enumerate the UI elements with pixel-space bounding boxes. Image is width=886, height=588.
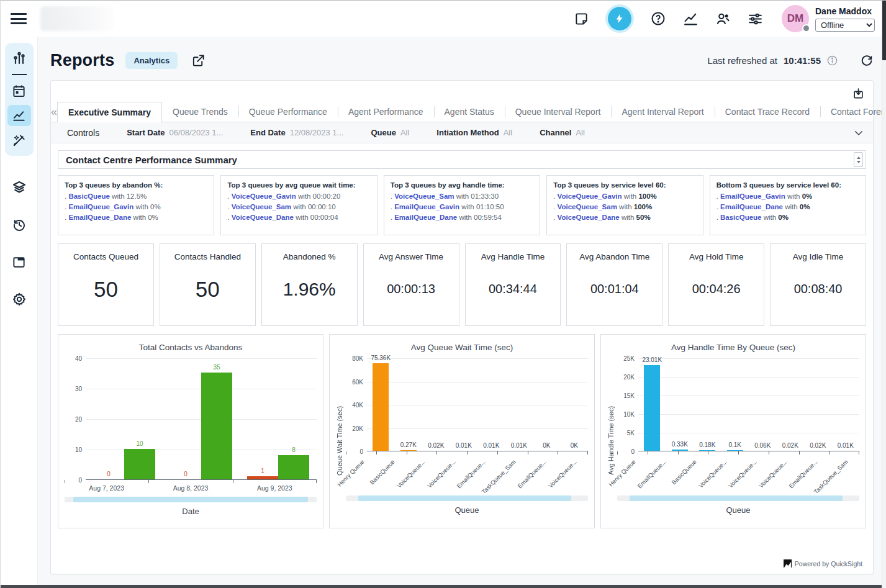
queue-link[interactable]: VoiceQueue_Dane bbox=[558, 214, 620, 221]
bar-aug-8-2023-s1: 35 bbox=[201, 373, 232, 479]
tab-agent-performance[interactable]: Agent Performance bbox=[338, 102, 434, 122]
sidebar-item-history-icon[interactable] bbox=[7, 214, 31, 235]
sidebar-item-metrics-bar-chart-icon[interactable] bbox=[7, 48, 31, 69]
bar-aug-9-2023-s1: 8 bbox=[278, 455, 309, 479]
category-slot-aug-7-2023: 010 bbox=[86, 358, 163, 479]
insight-card-bottom-3-queues-by-service-level-60: Bottom 3 queues by service level 60:. Em… bbox=[710, 175, 866, 235]
queue-link[interactable]: VoiceQueue_Gavin bbox=[232, 192, 296, 200]
category-slot-emailqueue: 0.02K bbox=[804, 358, 832, 451]
analytics-chart-icon[interactable] bbox=[682, 11, 698, 27]
queue-link[interactable]: EmailQueue_Gavin bbox=[720, 192, 785, 200]
chart-scrollbar-thumb[interactable] bbox=[73, 497, 308, 502]
x-label-voicequeue-3: VoiceQueue... bbox=[697, 458, 728, 489]
bar-value-label: 0.01K bbox=[456, 442, 472, 449]
tab-executive-summary[interactable]: Executive Summary bbox=[57, 102, 162, 122]
y-tick-label: 20 bbox=[75, 416, 82, 423]
queue-link[interactable]: VoiceQueue_Sam bbox=[394, 192, 454, 200]
sidebar-item-layers-icon[interactable] bbox=[7, 177, 31, 198]
bar-value-label: 1 bbox=[261, 468, 264, 474]
page-horizontal-scrollbar[interactable] bbox=[1, 585, 882, 588]
main-content: Reports Analytics Last refreshed at 10:4… bbox=[38, 37, 886, 586]
bar-voicequeue-s0: 0.1K bbox=[727, 450, 743, 451]
tab-contact-trace-record[interactable]: Contact Trace Record bbox=[715, 102, 820, 122]
insight-value: 0% bbox=[148, 214, 158, 221]
queue-link[interactable]: VoiceQueue_Sam bbox=[232, 203, 291, 210]
x-label-voicequeue-5: VoiceQueue... bbox=[757, 458, 789, 489]
avatar[interactable]: DM bbox=[782, 5, 809, 32]
refresh-icon[interactable] bbox=[860, 53, 874, 67]
info-icon[interactable] bbox=[827, 55, 838, 66]
filter-end-date[interactable]: End Date12/08/2023 1... bbox=[250, 128, 343, 137]
sidebar-item-reports-line-chart-icon[interactable] bbox=[7, 105, 31, 126]
help-icon[interactable] bbox=[650, 11, 666, 27]
x-label-voicequeue-3: VoiceQueue... bbox=[425, 458, 456, 489]
y-tick-label: 20K bbox=[623, 374, 635, 381]
open-external-icon[interactable] bbox=[191, 53, 206, 68]
controls-bar: Controls Start Date06/08/2023 1...End Da… bbox=[51, 122, 873, 143]
insight-card-title: Top 3 queues by avg handle time: bbox=[391, 181, 533, 189]
filter-label: Channel bbox=[540, 128, 571, 137]
bar-value-label: 0.01K bbox=[511, 442, 527, 449]
controls-chevron-down-icon[interactable] bbox=[853, 127, 864, 138]
chart-area: Avg Handle Time (sec)25K20K15K10K5K023.0… bbox=[607, 358, 859, 523]
filter-value: All bbox=[504, 128, 512, 137]
sidebar-item-settings-gear-icon[interactable] bbox=[7, 289, 31, 310]
filter-label: Intiation Method bbox=[436, 128, 499, 137]
tabs-scroll-left-icon[interactable]: « bbox=[51, 102, 57, 122]
insight-value: 50% bbox=[636, 214, 651, 221]
powered-by-text: Powered by QuickSight bbox=[795, 560, 862, 568]
queue-link[interactable]: VoiceQueue_Sam bbox=[558, 203, 617, 210]
y-tick-label: 30 bbox=[75, 386, 82, 392]
tab-contact-forensics[interactable]: Contact Forensics bbox=[820, 102, 886, 122]
chart-scrollbar-thumb[interactable] bbox=[358, 495, 571, 501]
queue-link[interactable]: EmailQueue_Dane bbox=[394, 214, 457, 221]
insight-value: 100% bbox=[638, 192, 656, 200]
agent-status-select[interactable]: Offline bbox=[815, 19, 875, 32]
tab-queue-performance[interactable]: Queue Performance bbox=[238, 102, 338, 122]
filter-label: Queue bbox=[371, 128, 396, 137]
insight-card-title: Top 3 queues by avg queue wait time: bbox=[227, 181, 370, 189]
sidebar-item-schedule-calendar-icon[interactable] bbox=[7, 80, 31, 101]
report-panel: « Executive SummaryQueue TrendsQueue Per… bbox=[50, 80, 874, 574]
chart-scrollbar-thumb[interactable] bbox=[630, 495, 843, 501]
queue-link[interactable]: VoiceQueue_Gavin bbox=[558, 192, 622, 200]
vertical-scrollbar-thumb[interactable] bbox=[882, 1, 886, 60]
bar-value-label: 0.01K bbox=[838, 442, 854, 449]
queue-link[interactable]: EmailQueue_Dane bbox=[68, 214, 131, 221]
chart-card-avg-handle-time-by-queue-sec: Avg Handle Time By Queue (sec)Avg Handle… bbox=[600, 334, 866, 528]
quick-actions-lightning-icon[interactable] bbox=[605, 4, 634, 33]
bar-value-label: 8 bbox=[292, 446, 296, 453]
filter-start-date[interactable]: Start Date06/08/2023 1... bbox=[127, 128, 223, 137]
chart-title: Avg Queue Wait Time (sec) bbox=[336, 343, 588, 352]
queue-link[interactable]: VoiceQueue_Dane bbox=[232, 214, 294, 221]
filter-queue[interactable]: QueueAll bbox=[371, 128, 409, 137]
bar-emailqueue-s0: 0.33K bbox=[672, 450, 688, 451]
filter-intiation-method[interactable]: Intiation MethodAll bbox=[436, 128, 512, 137]
queue-link[interactable]: EmailQueue_Gavin bbox=[68, 203, 133, 210]
kpi-value: 00:34:44 bbox=[489, 261, 537, 325]
queue-link[interactable]: EmailQueue_Gavin bbox=[394, 203, 459, 210]
tab-agent-status[interactable]: Agent Status bbox=[434, 102, 505, 122]
filter-channel[interactable]: ChannelAll bbox=[540, 128, 585, 137]
category-slot-emailqueue: 0.01K bbox=[477, 358, 505, 451]
hamburger-menu-icon[interactable] bbox=[11, 13, 27, 24]
insight-item: . VoiceQueue_Gavin with 100% bbox=[553, 191, 696, 202]
x-category-labels: Henry QueueEmailQueue...BasicQueueVoiceQ… bbox=[617, 455, 859, 491]
notes-icon[interactable] bbox=[573, 11, 589, 27]
tab-queue-trends[interactable]: Queue Trends bbox=[162, 102, 238, 122]
queue-link[interactable]: BasicQueue bbox=[68, 192, 109, 200]
users-icon[interactable] bbox=[715, 11, 731, 27]
user-block: DM Dane Maddox Offline bbox=[782, 5, 875, 32]
queue-link[interactable]: BasicQueue bbox=[720, 214, 761, 221]
insight-value: 100% bbox=[634, 203, 652, 210]
sidebar-item-window-icon[interactable] bbox=[7, 251, 31, 273]
queue-link[interactable]: EmailQueue_Dane bbox=[720, 203, 783, 210]
settings-sliders-icon[interactable] bbox=[747, 11, 763, 27]
summary-stepper[interactable] bbox=[854, 152, 863, 167]
y-tick-label: 25K bbox=[623, 355, 635, 362]
bar-value-label: 0 bbox=[184, 471, 188, 477]
tab-agent-interval-report[interactable]: Agent Interval Report bbox=[611, 102, 714, 122]
tab-queue-interval-report[interactable]: Queue Interval Report bbox=[505, 102, 612, 122]
download-icon[interactable] bbox=[852, 88, 864, 99]
sidebar-item-customize-brush-icon[interactable] bbox=[7, 130, 31, 151]
